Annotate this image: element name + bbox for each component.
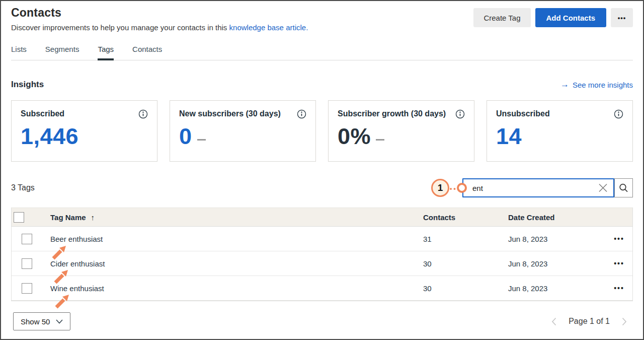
contacts-count: 30 [423, 284, 508, 293]
tags-count: 3 Tags [11, 183, 35, 192]
tags-table: Tag Name↑ Contacts Date Created Beer ent… [11, 208, 633, 301]
tag-search: 1 [462, 178, 633, 197]
pagination: Page 1 of 1 [551, 317, 627, 326]
sort-ascending-icon: ↑ [91, 213, 95, 222]
more-actions-button[interactable]: ••• [611, 8, 633, 27]
tag-name-link[interactable]: Cider enthusiast [50, 259, 423, 268]
annotation-step-badge: 1 [431, 179, 449, 197]
card-subscriber-growth: Subscriber growth (30 days) 0% [328, 100, 474, 162]
annotation-step-number: 1 [438, 182, 443, 193]
info-icon[interactable] [455, 109, 465, 119]
row-menu-icon[interactable]: ••• [609, 284, 632, 292]
row-menu-icon[interactable]: ••• [609, 259, 632, 267]
card-label: Subscribed [21, 109, 64, 118]
card-unsubscribed: Unsubscribed 14 [487, 100, 633, 162]
tab-contacts[interactable]: Contacts [132, 45, 162, 60]
subtitle-text: Discover improvements to help you manage… [11, 23, 227, 32]
chevron-down-icon [56, 319, 63, 324]
trend-dash [376, 139, 384, 141]
card-label: Subscriber growth (30 days) [338, 109, 446, 118]
row-menu-icon[interactable]: ••• [609, 235, 632, 243]
select-all-checkbox[interactable] [14, 212, 24, 223]
card-label: New subscribers (30 days) [179, 109, 281, 118]
knowledge-base-link[interactable]: knowledge base article. [229, 23, 308, 32]
tab-lists[interactable]: Lists [11, 45, 27, 60]
card-value: 1,446 [21, 124, 78, 149]
tags-toolbar: 3 Tags 1 [11, 178, 633, 197]
insights-header: Insights → See more insights [11, 80, 633, 90]
annotation-target-circle [457, 183, 467, 193]
page-size-label: Show 50 [21, 317, 50, 326]
tag-search-input[interactable] [462, 178, 614, 197]
card-value: 14 [496, 124, 522, 149]
card-value: 0 [179, 124, 192, 149]
info-icon[interactable] [138, 109, 148, 119]
page-status: Page 1 of 1 [569, 317, 610, 326]
card-label: Unsubscribed [496, 109, 550, 118]
info-icon[interactable] [614, 109, 623, 119]
search-button[interactable] [614, 178, 633, 197]
info-icon[interactable] [297, 109, 306, 119]
add-contacts-button[interactable]: Add Contacts [535, 8, 607, 27]
see-more-insights-label: See more insights [573, 81, 633, 89]
clear-search-icon[interactable] [598, 183, 608, 193]
contacts-count: 30 [423, 259, 508, 268]
date-created: Jun 8, 2023 [508, 259, 609, 268]
previous-page-icon[interactable] [551, 317, 556, 326]
header-actions: Create Tag Add Contacts ••• [473, 8, 633, 27]
date-created: Jun 8, 2023 [508, 284, 609, 293]
table-header-row: Tag Name↑ Contacts Date Created [12, 208, 632, 227]
table-footer: Show 50 Page 1 of 1 [13, 312, 631, 330]
column-date-created: Date Created [508, 213, 609, 222]
row-checkbox[interactable] [22, 258, 32, 269]
card-subscribed: Subscribed 1,446 [11, 100, 157, 162]
insight-cards: Subscribed 1,446 New subscribers (30 day… [11, 100, 633, 162]
contacts-tabs: Lists Segments Tags Contacts [11, 45, 633, 60]
next-page-icon[interactable] [622, 317, 627, 326]
contacts-count: 31 [423, 235, 508, 243]
arrow-right-icon: → [560, 80, 569, 90]
app-window: Contacts Discover improvements to help y… [0, 0, 644, 340]
card-value: 0% [338, 124, 371, 149]
tag-name-link[interactable]: Beer enthusiast [50, 235, 423, 243]
tab-segments[interactable]: Segments [45, 45, 79, 60]
date-created: Jun 8, 2023 [508, 235, 609, 243]
table-row: Wine enthusiast 30 Jun 8, 2023 ••• [12, 276, 632, 301]
column-tag-name[interactable]: Tag Name↑ [50, 213, 423, 222]
insights-title: Insights [11, 80, 44, 90]
search-icon [618, 183, 629, 193]
tag-name-link[interactable]: Wine enthusiast [50, 284, 423, 293]
tab-tags[interactable]: Tags [98, 45, 114, 60]
tag-name-header-label: Tag Name [50, 213, 86, 222]
row-checkbox[interactable] [22, 283, 32, 294]
column-contacts: Contacts [423, 213, 508, 222]
create-tag-button[interactable]: Create Tag [473, 8, 530, 27]
table-row: Beer enthusiast 31 Jun 8, 2023 ••• [12, 227, 632, 251]
ellipsis-icon: ••• [618, 14, 626, 22]
page-size-dropdown[interactable]: Show 50 [13, 312, 70, 330]
trend-dash [197, 139, 206, 141]
row-checkbox[interactable] [22, 234, 32, 244]
table-row: Cider enthusiast 30 Jun 8, 2023 ••• [12, 251, 632, 276]
card-new-subscribers: New subscribers (30 days) 0 [170, 100, 316, 162]
see-more-insights-link[interactable]: → See more insights [560, 80, 633, 90]
